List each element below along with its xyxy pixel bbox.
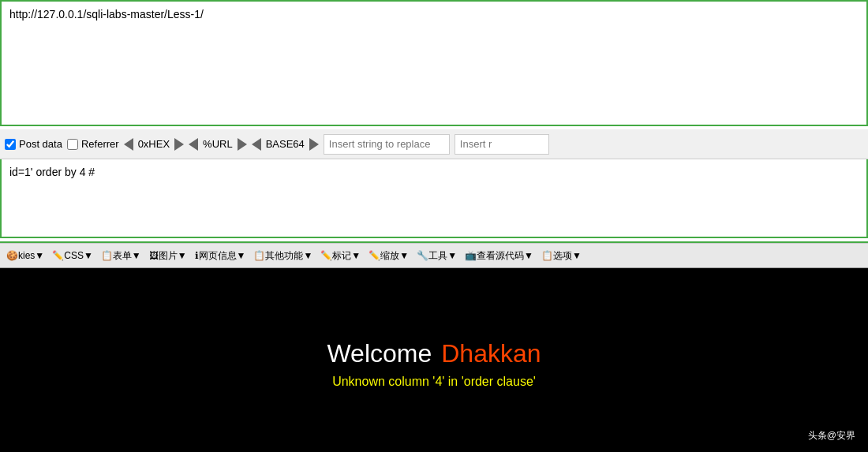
arrow-right-hex[interactable] [174,138,184,151]
browser-btn-css[interactable]: ✏️CSS▼ [49,248,96,263]
browser-btn-source[interactable]: 📺查看源代码▼ [462,248,537,264]
watermark: 头条@安界 [803,428,860,444]
post-data-checkbox[interactable] [5,139,16,150]
browser-btn-forms[interactable]: 📋表单▼ [98,248,144,264]
top-section: http://127.0.0.1/sqli-labs-master/Less-1… [0,0,868,243]
browser-btn-images[interactable]: 🖼图片▼ [146,248,190,264]
browser-btn-cookies[interactable]: 🍪kies▼ [3,248,47,263]
referrer-label: Referrer [81,138,119,150]
toolbar-row: Post data Referrer 0xHEX %URL BASE64 [0,129,868,159]
browser-toolbar: 🍪kies▼ ✏️CSS▼ 📋表单▼ 🖼图片▼ ℹ网页信息▼ 📋其他功能▼ ✏️… [0,243,868,268]
browser-btn-mark[interactable]: ✏️标记▼ [317,248,364,264]
arrow-left-hex[interactable] [124,138,133,151]
post-data-label: Post data [19,138,62,150]
base64-label[interactable]: BASE64 [266,138,305,150]
browser-btn-zoom[interactable]: ✏️缩放▼ [365,248,412,264]
error-text: Unknown column '4' in 'order clause' [332,375,536,389]
welcome-text: Welcome [327,339,432,368]
insert-string-input[interactable] [324,134,450,155]
post-data-input[interactable]: id=1' order by 4 # [0,159,868,238]
oxhex-label[interactable]: 0xHEX [138,138,170,150]
browser-btn-other[interactable]: 📋其他功能▼ [250,248,316,264]
user-text: Dhakkan [441,339,541,368]
insert-replacement-input[interactable] [455,134,549,155]
url-input[interactable]: http://127.0.0.1/sqli-labs-master/Less-1… [0,0,868,126]
welcome-container: WelcomeDhakkan [327,339,541,368]
arrow-right-base64[interactable] [309,138,319,151]
main-content: WelcomeDhakkan Unknown column '4' in 'or… [0,268,868,452]
post-data-item: Post data [5,138,62,150]
url-label[interactable]: %URL [203,138,233,150]
referrer-item: Referrer [67,138,119,150]
arrow-left-base64[interactable] [252,138,261,151]
referrer-checkbox[interactable] [67,139,78,150]
browser-btn-info[interactable]: ℹ网页信息▼ [192,248,249,264]
arrow-right-url[interactable] [238,138,247,151]
browser-btn-tools[interactable]: 🔧工具▼ [413,248,460,264]
arrow-left-url[interactable] [189,138,198,151]
browser-btn-options[interactable]: 📋选项▼ [538,248,585,264]
